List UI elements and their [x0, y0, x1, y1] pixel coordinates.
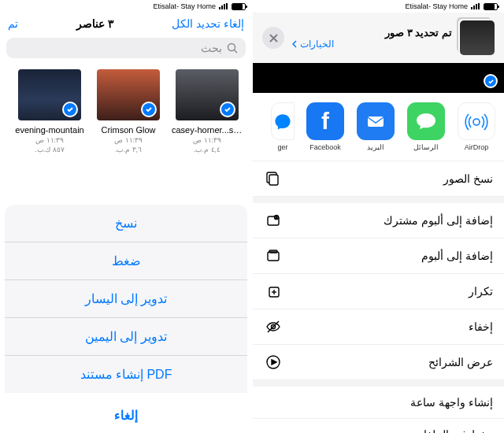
album-icon	[264, 248, 281, 264]
search-icon	[227, 43, 238, 54]
app-share-row[interactable]: AirDrop الرسائل البريد f Facebook ger	[253, 93, 504, 161]
sheet-copy[interactable]: نسخ	[5, 205, 247, 242]
file-meta: ٨٥٧ ك.ب.	[35, 146, 65, 154]
list-gap	[253, 197, 504, 203]
file-thumbnail	[176, 69, 239, 120]
search-input[interactable]: بحث	[6, 38, 246, 58]
airdrop-icon	[458, 102, 495, 140]
file-meta: ١١:٣٩ ص	[114, 136, 143, 144]
selection-check-icon	[484, 74, 498, 88]
sheet-create-pdf[interactable]: إنشاء مستند PDF	[5, 356, 247, 393]
search-placeholder: بحث	[201, 42, 222, 54]
svg-rect-7	[473, 6, 475, 9]
action-slideshow[interactable]: عرض الشرائح	[253, 345, 504, 380]
app-messages[interactable]: الرسائل	[406, 102, 446, 151]
list-gap	[253, 380, 504, 387]
action-copy-photos[interactable]: نسخ الصور	[253, 161, 504, 197]
sheet-rotate-left[interactable]: تدوير إلى اليسار	[5, 280, 247, 318]
action-add-album[interactable]: إضافة إلى ألبوم	[253, 239, 504, 274]
files-screen: Etisalat- Stay Home تم ٣ عناصر إلغاء تحد…	[0, 0, 253, 433]
share-thumbnail	[460, 20, 495, 55]
file-meta: ٣,٦ م.ب.	[115, 146, 142, 154]
app-label: البريد	[367, 143, 384, 151]
file-meta: ١١:٣٩ ص	[193, 136, 221, 144]
options-button[interactable]: الخيارات	[292, 39, 452, 50]
svg-line-5	[235, 50, 238, 54]
file-card[interactable]: casey-horner...splash ١١:٣٩ ص ٤,٤ م.ب.	[172, 69, 243, 154]
action-list: نسخ الصور إضافة إلى ألبوم مشترك إضافة إل…	[253, 161, 504, 433]
svg-rect-1	[221, 6, 223, 9]
file-card[interactable]: Crimson Glow ١١:٣٩ ص ٣,٦ م.ب.	[93, 69, 164, 154]
action-sheet-panel: نسخ ضغط تدوير إلى اليسار تدوير إلى اليمي…	[5, 205, 247, 393]
svg-rect-2	[224, 4, 225, 9]
close-icon	[269, 34, 278, 43]
copy-icon	[264, 171, 281, 187]
sheet-cancel-button[interactable]: إلغاء	[5, 398, 247, 433]
files-header: تم ٣ عناصر إلغاء تحديد الكل	[0, 13, 252, 35]
action-sheet: نسخ ضغط تدوير إلى اليسار تدوير إلى اليمي…	[0, 200, 252, 433]
header-title: ٣ عناصر	[76, 17, 114, 30]
signal-icon	[219, 3, 228, 9]
file-grid: evening-mountain ١١:٣٩ ص ٨٥٧ ك.ب. Crimso…	[0, 65, 252, 154]
svg-point-12	[473, 119, 480, 125]
svg-rect-0	[219, 7, 220, 9]
file-thumbnail	[97, 69, 160, 120]
battery-icon	[232, 3, 246, 10]
battery-icon	[484, 3, 498, 10]
chevron-left-icon	[292, 40, 298, 48]
app-label: AirDrop	[465, 143, 489, 151]
file-meta: ٤,٤ م.ب.	[194, 146, 220, 154]
sheet-rotate-right[interactable]: تدوير إلى اليمين	[5, 318, 247, 356]
action-hide[interactable]: إخفاء	[253, 309, 504, 345]
action-watch-face[interactable]: إنشاء واجهة ساعة	[253, 387, 504, 419]
share-screen: Etisalat- Stay Home تم تحديد ٣ صور الخيا…	[253, 0, 504, 433]
file-meta: ١١:٣٩ ص	[35, 136, 64, 144]
close-button[interactable]	[262, 27, 284, 49]
action-save-files[interactable]: حفظ في الملفات	[253, 419, 504, 433]
carrier-text: Etisalat- Stay Home	[405, 2, 468, 10]
app-label: الرسائل	[413, 143, 439, 151]
shared-album-icon	[264, 213, 281, 228]
app-mail[interactable]: البريد	[356, 102, 395, 151]
share-header: تم تحديد ٣ صور الخيارات	[253, 13, 504, 63]
app-label: ger	[278, 143, 288, 151]
file-card[interactable]: evening-mountain ١١:٣٩ ص ٨٥٧ ك.ب.	[14, 69, 85, 154]
app-airdrop[interactable]: AirDrop	[457, 102, 496, 151]
done-button[interactable]: تم	[8, 17, 18, 30]
svg-rect-14	[269, 175, 278, 185]
svg-rect-3	[226, 3, 228, 9]
action-duplicate[interactable]: تكرار	[253, 274, 504, 309]
file-thumbnail	[18, 69, 81, 120]
file-name: evening-mountain	[15, 125, 83, 135]
app-label: Facebook	[309, 143, 341, 151]
file-name: Crimson Glow	[101, 125, 155, 135]
status-bar: Etisalat- Stay Home	[253, 0, 504, 13]
messenger-icon	[271, 102, 295, 140]
signal-icon	[471, 3, 480, 9]
svg-rect-9	[478, 3, 480, 9]
svg-rect-8	[476, 4, 477, 9]
svg-point-4	[228, 44, 235, 51]
hide-icon	[264, 319, 281, 335]
deselect-all-button[interactable]: إلغاء تحديد الكل	[172, 17, 244, 30]
duplicate-icon	[264, 283, 281, 299]
svg-rect-6	[471, 7, 472, 9]
selection-check-icon	[220, 102, 235, 117]
carrier-text: Etisalat- Stay Home	[153, 2, 216, 10]
selection-check-icon	[141, 102, 157, 117]
status-bar: Etisalat- Stay Home	[0, 0, 252, 13]
app-messenger[interactable]: ger	[271, 102, 295, 151]
mail-icon	[357, 102, 395, 140]
preview-strip[interactable]	[253, 63, 504, 93]
facebook-icon: f	[306, 102, 344, 140]
messages-icon	[407, 102, 445, 140]
sheet-compress[interactable]: ضغط	[5, 242, 247, 280]
selection-check-icon	[62, 102, 78, 117]
play-icon	[264, 354, 281, 370]
svg-marker-26	[272, 360, 276, 365]
app-facebook[interactable]: f Facebook	[306, 102, 345, 151]
action-shared-album[interactable]: إضافة إلى ألبوم مشترك	[253, 203, 504, 239]
share-title: تم تحديد ٣ صور	[292, 27, 452, 39]
svg-rect-13	[368, 117, 384, 127]
file-name: casey-horner...splash	[172, 125, 243, 135]
